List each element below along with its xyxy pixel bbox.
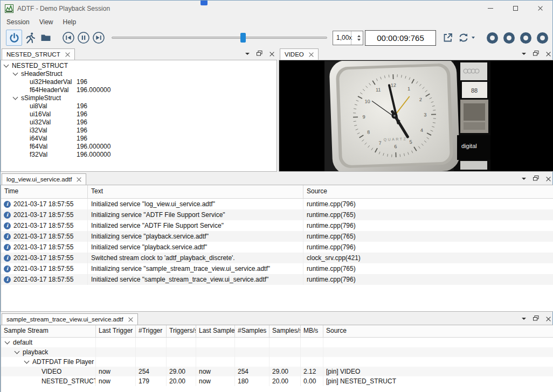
menu-help[interactable]: Help — [58, 17, 81, 27]
open-external-icon — [443, 32, 453, 43]
panel-menu-icon[interactable] — [522, 178, 526, 180]
tree-row[interactable]: sHeaderStruct — [1, 69, 276, 78]
panel-close-icon[interactable] — [546, 52, 551, 57]
time-display[interactable]: 00:00:09:765 — [365, 30, 436, 46]
tab-trace-view[interactable]: sample_stream_trace_view.ui_service.adtf — [2, 313, 138, 325]
panel-menu-icon[interactable] — [245, 53, 250, 55]
tab-nested-struct[interactable]: NESTED_STRUCT — [2, 48, 75, 60]
log-row[interactable]: i2021-03-17 18:57:55Initializing service… — [1, 263, 553, 274]
panel-close-icon[interactable] — [546, 177, 551, 181]
marker-button-2[interactable] — [503, 32, 515, 44]
spin-down-icon[interactable] — [357, 39, 361, 41]
tree-row[interactable]: ui16Val196 — [1, 110, 276, 118]
speed-spinbox[interactable]: 1,00x — [333, 31, 363, 45]
tree-row[interactable]: i64Val196 — [1, 134, 276, 142]
minimize-button[interactable] — [478, 1, 503, 16]
pause-button[interactable] — [76, 30, 91, 45]
panel-float-icon[interactable] — [257, 50, 262, 58]
close-button[interactable] — [528, 1, 552, 16]
trace-cell: 20.00 — [167, 376, 196, 386]
tree-row[interactable]: ui32HeaderVal196 — [1, 78, 276, 86]
panel-menu-icon[interactable] — [522, 318, 526, 320]
trace-column-header[interactable]: Sample Stream — [1, 325, 96, 337]
info-icon: i — [4, 265, 11, 272]
tree-label: ui32Val — [30, 118, 51, 126]
tab-close-icon[interactable] — [65, 52, 70, 57]
playback-slider[interactable] — [112, 32, 327, 43]
panel-float-icon[interactable] — [533, 50, 539, 58]
panel-close-icon[interactable] — [269, 52, 274, 57]
marker-button-4[interactable] — [537, 32, 548, 44]
trace-column-header[interactable]: Last Sample — [196, 325, 235, 337]
playback-slider-handle[interactable] — [240, 33, 246, 43]
trace-column-header[interactable]: #Trigger — [136, 325, 167, 337]
power-button[interactable] — [6, 30, 22, 46]
trace-row[interactable]: VIDEOnow25429.00now25429.002.12[pin] VID… — [1, 367, 553, 376]
open-external-button[interactable] — [440, 30, 455, 45]
tree-row[interactable]: sSimpleStruct — [1, 94, 276, 102]
log-row[interactable]: i2021-03-17 18:57:55Initializing service… — [1, 231, 553, 242]
play-to-end-button[interactable] — [91, 30, 106, 45]
expander-icon[interactable] — [4, 62, 9, 67]
loop-dropdown-icon[interactable] — [472, 37, 475, 39]
spin-up-icon[interactable] — [357, 35, 361, 37]
trace-row[interactable]: default — [1, 338, 553, 347]
tree-row[interactable]: f64Val196.000000 — [1, 142, 276, 150]
maximize-button[interactable] — [503, 1, 528, 16]
trace-row[interactable]: NESTED_STRUCTnow17920.00now18020.000.00[… — [1, 376, 553, 386]
tree-row[interactable]: ui8Val196 — [1, 102, 276, 110]
panel-float-icon[interactable] — [533, 175, 539, 183]
log-row[interactable]: i2021-03-17 18:57:55Initialized service … — [1, 242, 553, 253]
tree-row[interactable]: f64HeaderVal196.000000 — [1, 86, 276, 94]
log-row[interactable]: i2021-03-17 18:57:55Initialized service … — [1, 199, 553, 209]
tree-row[interactable]: ui32Val196 — [1, 118, 276, 126]
loop-button[interactable] — [458, 32, 475, 43]
tab-video[interactable]: VIDEO — [280, 48, 319, 60]
log-column-header[interactable]: Source — [303, 185, 553, 198]
playback-slider-track[interactable] — [112, 37, 327, 39]
skip-to-start-button[interactable] — [61, 30, 76, 45]
expander-icon[interactable] — [5, 339, 10, 345]
trace-cell — [136, 338, 167, 347]
marker-button-3[interactable] — [520, 32, 531, 44]
titlebar[interactable]: ADTF - Demo Playback Session — [1, 1, 552, 16]
trace-row[interactable]: playback — [1, 347, 553, 357]
tab-log-view[interactable]: log_view.ui_service.adtf — [2, 173, 86, 185]
log-column-header[interactable]: Text — [88, 185, 303, 198]
log-time: 2021-03-17 18:57:55 — [13, 242, 73, 253]
open-folder-button[interactable] — [38, 30, 53, 45]
trace-row[interactable]: ADTFDAT File Player — [1, 357, 553, 367]
tab-close-icon[interactable] — [309, 52, 314, 57]
trace-column-header[interactable]: #Samples — [235, 325, 269, 337]
tree-row[interactable]: i32Val196 — [1, 126, 276, 134]
expander-icon[interactable] — [15, 349, 20, 354]
expander-icon[interactable] — [13, 94, 18, 100]
expander-icon[interactable] — [13, 70, 18, 75]
run-button[interactable] — [23, 30, 38, 45]
log-row[interactable]: i2021-03-17 18:57:55Initialized service … — [1, 274, 553, 285]
log-row[interactable]: i2021-03-17 18:57:55Initialized service … — [1, 220, 553, 231]
trace-column-header[interactable]: Last Trigger — [96, 325, 136, 337]
tab-close-icon[interactable] — [77, 177, 81, 182]
panel-menu-icon[interactable] — [522, 53, 526, 55]
expander-icon[interactable] — [24, 359, 30, 364]
marker-button-1[interactable] — [487, 32, 498, 44]
tab-close-icon[interactable] — [128, 317, 133, 322]
panel-close-icon[interactable] — [546, 317, 551, 321]
menu-session[interactable]: Session — [2, 17, 34, 27]
nested-struct-tabbar: NESTED_STRUCT — [1, 48, 277, 60]
trace-column-header[interactable]: Samples/s — [269, 325, 301, 337]
trace-column-header[interactable]: MB/s — [301, 325, 323, 337]
tree-row[interactable]: f32Val196.000000 — [1, 150, 276, 158]
speed-spin-buttons[interactable] — [351, 31, 363, 45]
log-column-header[interactable]: Time — [1, 185, 88, 198]
panel-float-icon[interactable] — [533, 315, 539, 323]
trace-column-header[interactable]: Source — [323, 325, 553, 337]
log-row[interactable]: i2021-03-17 18:57:55Initializing service… — [1, 209, 553, 220]
log-row[interactable]: i2021-03-17 18:57:55Switched stream cloc… — [1, 253, 553, 263]
tab-label: log_view.ui_service.adtf — [6, 176, 72, 183]
menu-view[interactable]: View — [34, 17, 58, 27]
tree-value: 196 — [77, 127, 87, 134]
tree-row[interactable]: NESTED_STRUCT — [1, 61, 276, 69]
trace-column-header[interactable]: Triggers/s — [167, 325, 196, 337]
